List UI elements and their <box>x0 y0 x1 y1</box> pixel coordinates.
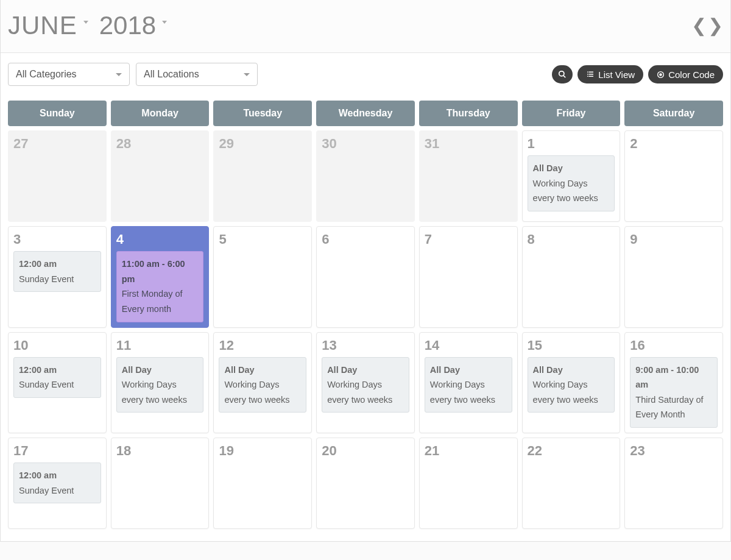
day-cell[interactable]: 28 <box>111 130 210 222</box>
calendar-header: JUNE 2018 ❮ ❯ <box>1 0 730 53</box>
day-cell[interactable]: 312:00 amSunday Event <box>8 226 107 328</box>
day-number: 7 <box>425 232 512 247</box>
svg-rect-6 <box>587 76 588 77</box>
locations-label: All Locations <box>144 69 199 80</box>
day-number: 18 <box>116 443 204 459</box>
svg-rect-2 <box>587 72 588 73</box>
day-cell[interactable]: 1All DayWorking Days every two weeks <box>522 130 621 222</box>
day-number: 28 <box>116 136 204 152</box>
event-time: 9:00 am - 10:00 am <box>635 363 712 392</box>
day-cell[interactable]: 1012:00 amSunday Event <box>8 332 107 434</box>
calendar-event[interactable]: 11:00 am - 6:00 pmFirst Monday of Every … <box>116 251 204 322</box>
calendar-app: JUNE 2018 ❮ ❯ All Categories All Locatio… <box>0 0 731 542</box>
calendar-toolbar: All Categories All Locations List View <box>8 53 723 101</box>
day-number: 13 <box>322 338 409 353</box>
categories-label: All Categories <box>16 69 77 80</box>
event-time: All Day <box>224 363 301 378</box>
list-view-label: List View <box>598 69 635 80</box>
weekday-header: Sunday <box>8 101 107 126</box>
caret-down-icon <box>116 73 122 76</box>
calendar-event[interactable]: 9:00 am - 10:00 amThird Saturday of Ever… <box>630 357 718 428</box>
svg-line-1 <box>563 76 565 77</box>
next-month-button[interactable]: ❯ <box>708 16 723 35</box>
calendar-event[interactable]: All DayWorking Days every two weeks <box>322 357 409 413</box>
day-cell[interactable]: 11All DayWorking Days every two weeks <box>111 332 210 434</box>
day-cell[interactable]: 2 <box>624 130 723 222</box>
day-cell[interactable]: 169:00 am - 10:00 amThird Saturday of Ev… <box>624 332 723 434</box>
year-selector[interactable]: 2018 <box>88 11 167 40</box>
day-cell[interactable]: 15All DayWorking Days every two weeks <box>522 332 621 434</box>
calendar-event[interactable]: All DayWorking Days every two weeks <box>528 357 615 413</box>
day-number: 17 <box>13 443 101 459</box>
day-number: 16 <box>630 338 718 353</box>
event-title: Working Days every two weeks <box>224 377 301 407</box>
calendar-event[interactable]: All DayWorking Days every two weeks <box>116 357 204 413</box>
event-time: 12:00 am <box>19 468 96 483</box>
calendar-event[interactable]: All DayWorking Days every two weeks <box>528 155 615 211</box>
list-view-button[interactable]: List View <box>577 65 643 83</box>
day-number: 29 <box>219 136 306 152</box>
day-cell[interactable]: 20 <box>316 438 415 529</box>
calendar-event[interactable]: 12:00 amSunday Event <box>13 251 101 292</box>
calendar-event[interactable]: 12:00 amSunday Event <box>13 357 101 398</box>
svg-rect-5 <box>589 74 594 75</box>
svg-point-9 <box>660 73 662 75</box>
weekday-header: Thursday <box>419 101 518 126</box>
day-cell[interactable]: 5 <box>213 226 312 328</box>
search-button[interactable] <box>552 65 573 83</box>
day-cell[interactable]: 7 <box>419 226 518 328</box>
day-cell[interactable]: 27 <box>8 130 107 222</box>
day-cell[interactable]: 21 <box>419 438 518 529</box>
locations-select[interactable]: All Locations <box>136 63 258 86</box>
event-title: Sunday Event <box>19 483 96 498</box>
day-number: 10 <box>13 338 101 353</box>
day-cell[interactable]: 22 <box>522 438 621 529</box>
target-icon <box>657 71 665 79</box>
weekday-header: Saturday <box>624 101 723 126</box>
day-number: 14 <box>425 338 512 353</box>
svg-point-0 <box>559 71 564 76</box>
event-time: 11:00 am - 6:00 pm <box>122 257 199 286</box>
day-cell[interactable]: 13All DayWorking Days every two weeks <box>316 332 415 434</box>
categories-select[interactable]: All Categories <box>8 63 130 86</box>
day-number: 3 <box>13 232 101 247</box>
day-cell[interactable]: 9 <box>624 226 723 328</box>
day-cell[interactable]: 19 <box>213 438 312 529</box>
month-selector[interactable]: JUNE <box>8 11 88 40</box>
calendar-event[interactable]: All DayWorking Days every two weeks <box>219 357 306 413</box>
day-cell[interactable]: 8 <box>522 226 621 328</box>
day-cell[interactable]: 23 <box>624 438 723 529</box>
day-number: 2 <box>630 136 718 152</box>
day-cell[interactable]: 31 <box>419 130 518 222</box>
color-code-button[interactable]: Color Code <box>648 65 723 83</box>
prev-month-button[interactable]: ❮ <box>691 16 707 35</box>
day-number: 15 <box>528 338 615 353</box>
month-nav: ❮ ❯ <box>691 16 723 35</box>
toolbar-actions: List View Color Code <box>552 65 723 83</box>
event-time: All Day <box>533 363 610 378</box>
day-cell[interactable]: 29 <box>213 130 312 222</box>
day-number: 1 <box>528 136 615 152</box>
day-number: 22 <box>528 443 615 459</box>
caret-down-icon <box>162 21 167 24</box>
day-cell[interactable]: 6 <box>316 226 415 328</box>
calendar-event[interactable]: 12:00 amSunday Event <box>13 463 101 503</box>
event-title: Sunday Event <box>19 272 96 287</box>
event-time: All Day <box>430 363 507 378</box>
event-title: Sunday Event <box>19 377 96 392</box>
search-icon <box>558 70 567 79</box>
day-cell[interactable]: 30 <box>316 130 415 222</box>
day-cell[interactable]: 411:00 am - 6:00 pmFirst Monday of Every… <box>111 226 210 328</box>
day-number: 21 <box>425 443 512 459</box>
calendar-event[interactable]: All DayWorking Days every two weeks <box>425 357 512 413</box>
day-cell[interactable]: 14All DayWorking Days every two weeks <box>419 332 518 434</box>
day-cell[interactable]: 18 <box>111 438 210 529</box>
event-time: 12:00 am <box>19 257 96 272</box>
event-title: Working Days every two weeks <box>430 377 507 407</box>
day-number: 5 <box>219 232 306 247</box>
day-number: 31 <box>425 136 512 152</box>
weekday-header: Friday <box>522 101 621 126</box>
day-cell[interactable]: 12All DayWorking Days every two weeks <box>213 332 312 434</box>
day-cell[interactable]: 1712:00 amSunday Event <box>8 438 107 529</box>
event-time: All Day <box>327 363 404 378</box>
